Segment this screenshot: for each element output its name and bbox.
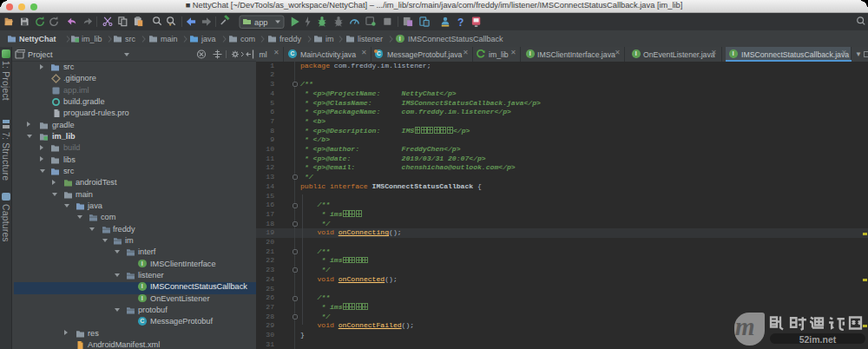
svg-text:app: app bbox=[254, 18, 268, 27]
svg-text:?: ? bbox=[457, 16, 464, 29]
